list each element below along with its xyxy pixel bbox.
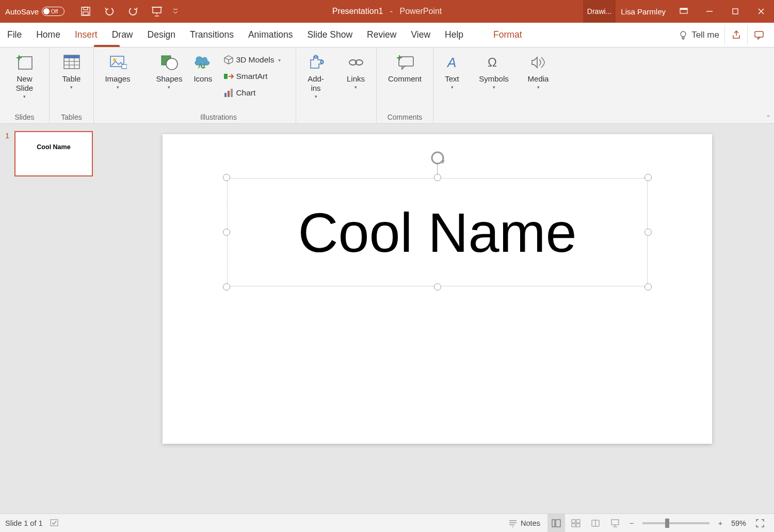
notes-button[interactable]: Notes: [503, 514, 545, 533]
text-button[interactable]: A Text ▾: [434, 51, 470, 107]
tab-view[interactable]: View: [404, 23, 438, 47]
slide[interactable]: Cool Name: [163, 134, 712, 444]
new-comment-icon: [395, 53, 415, 72]
audio-icon: [528, 53, 549, 72]
thumbnail-number: 1: [5, 131, 11, 176]
chevron-down-icon: ▾: [168, 85, 170, 90]
svg-rect-53: [576, 520, 580, 523]
minimize-icon: [706, 8, 713, 15]
tab-transitions[interactable]: Transitions: [183, 23, 241, 47]
maximize-icon: [732, 8, 739, 15]
slide-counter[interactable]: Slide 1 of 1: [5, 519, 43, 527]
3d-models-button[interactable]: 3D Models ▾: [220, 52, 284, 68]
collapse-ribbon-button[interactable]: ⌃: [766, 114, 771, 121]
zoom-thumb[interactable]: [665, 519, 669, 528]
normal-view-button[interactable]: [547, 514, 565, 533]
tab-home[interactable]: Home: [29, 23, 68, 47]
thumbnail-1[interactable]: 1 Cool Name: [5, 131, 95, 176]
fit-to-window-button[interactable]: [751, 514, 769, 533]
autosave-block: AutoSave Off: [0, 7, 70, 16]
symbols-button[interactable]: Ω Symbols ▾: [474, 51, 514, 107]
tab-insert[interactable]: Insert: [68, 23, 105, 47]
media-button[interactable]: Media ▾: [520, 51, 556, 107]
slideshow-button[interactable]: [606, 514, 624, 533]
tab-design[interactable]: Design: [140, 23, 183, 47]
smartart-button[interactable]: SmartArt: [220, 68, 284, 85]
chart-button[interactable]: Chart: [220, 85, 284, 101]
table-button[interactable]: Table ▾: [54, 51, 90, 107]
thumbnail-text: Cool Name: [37, 143, 70, 151]
tab-draw[interactable]: Draw: [105, 23, 140, 47]
svg-rect-51: [556, 520, 560, 527]
autosave-state: Off: [51, 9, 58, 14]
group-comments-label: Comments: [377, 111, 433, 123]
slide-sorter-button[interactable]: [567, 514, 585, 533]
share-button[interactable]: [724, 25, 747, 45]
tab-help[interactable]: Help: [438, 23, 471, 47]
svg-point-30: [166, 58, 178, 70]
svg-rect-45: [51, 520, 58, 526]
zoom-level[interactable]: 59%: [731, 519, 746, 527]
slide-thumbnail-panel: 1 Cool Name: [0, 124, 101, 513]
notes-icon: [508, 519, 518, 527]
zoom-slider[interactable]: [642, 522, 710, 524]
svg-text:Ω: Ω: [488, 55, 497, 69]
save-button[interactable]: [74, 0, 98, 23]
chevron-down-icon: [172, 8, 179, 14]
svg-rect-34: [231, 89, 233, 97]
tab-animations[interactable]: Animations: [241, 23, 300, 47]
app-name: PowerPoint: [399, 7, 442, 15]
comments-button[interactable]: [747, 25, 770, 45]
autosave-label: AutoSave: [5, 7, 39, 16]
tab-review[interactable]: Review: [360, 23, 404, 47]
table-icon: [61, 53, 82, 72]
addins-icon: [305, 53, 326, 72]
svg-rect-17: [19, 57, 32, 69]
autosave-toggle[interactable]: Off: [42, 7, 64, 16]
tab-strip: File Home Insert Draw Design Transitions…: [0, 23, 774, 47]
rotate-handle[interactable]: [429, 150, 446, 166]
slide-canvas-area[interactable]: Cool Name: [101, 124, 774, 513]
close-icon: [757, 8, 765, 15]
undo-button[interactable]: [98, 0, 121, 23]
qat-customize-button[interactable]: [169, 0, 182, 23]
minimize-button[interactable]: [697, 0, 722, 23]
zoom-out-button[interactable]: −: [626, 518, 637, 529]
presentation-icon: [151, 6, 163, 17]
maximize-button[interactable]: [722, 0, 748, 23]
chevron-down-icon: ▾: [117, 85, 119, 90]
user-name[interactable]: Lisa Parmley: [616, 7, 671, 16]
spellcheck-button[interactable]: [50, 519, 59, 527]
title-text[interactable]: Cool Name: [227, 178, 648, 286]
tab-format[interactable]: Format: [486, 23, 529, 47]
text-icon: A: [442, 53, 462, 72]
ribbon-options-button[interactable]: [671, 0, 697, 23]
images-icon: [107, 53, 128, 72]
redo-button[interactable]: [121, 0, 145, 23]
title-textbox[interactable]: Cool Name: [227, 178, 648, 286]
reading-view-icon: [591, 519, 600, 527]
new-slide-button[interactable]: New Slide ▾: [7, 51, 43, 107]
drawing-tools-tab[interactable]: Drawi...: [583, 0, 616, 23]
svg-rect-11: [733, 9, 738, 14]
tab-file[interactable]: File: [0, 23, 29, 47]
undo-icon: [104, 6, 115, 17]
zoom-in-button[interactable]: +: [715, 518, 726, 529]
slideshow-from-start-button[interactable]: [145, 0, 169, 23]
group-addins: Add- ins ▾: [296, 47, 335, 123]
close-button[interactable]: [748, 0, 774, 23]
addins-button[interactable]: Add- ins ▾: [298, 51, 334, 107]
group-slides: New Slide ▾ Slides: [0, 47, 50, 123]
chevron-down-icon: ▾: [354, 85, 357, 90]
reading-view-button[interactable]: [587, 514, 604, 533]
group-images: Images ▾: [94, 47, 141, 123]
links-button[interactable]: Links ▾: [338, 51, 374, 107]
icons-button[interactable]: Icons: [187, 51, 218, 107]
images-button[interactable]: Images ▾: [100, 51, 136, 107]
svg-rect-28: [122, 65, 127, 69]
shapes-button[interactable]: Shapes ▾: [151, 51, 188, 107]
comment-button[interactable]: Comment: [379, 51, 431, 107]
tell-me-search[interactable]: Tell me: [673, 30, 724, 40]
tab-slideshow[interactable]: Slide Show: [300, 23, 360, 47]
share-icon: [731, 30, 741, 40]
